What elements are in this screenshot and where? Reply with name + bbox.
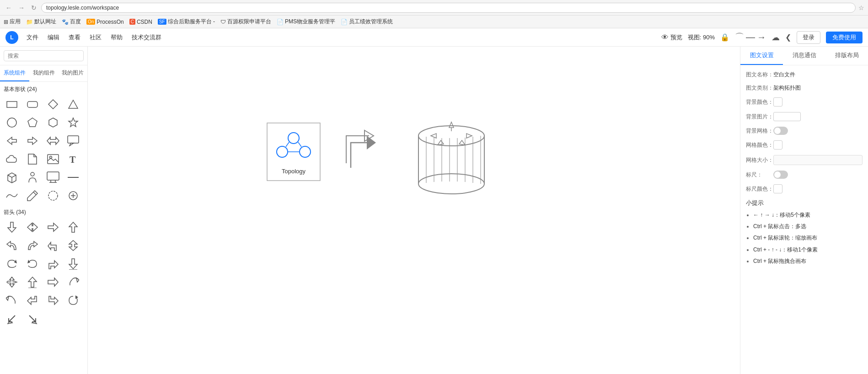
arrow-up-left[interactable] xyxy=(45,237,61,254)
arrow-up2[interactable] xyxy=(24,274,41,290)
tab-my-components[interactable]: 我的组件 xyxy=(29,65,59,81)
shape-cube[interactable] xyxy=(4,169,20,186)
shape-monitor[interactable] xyxy=(45,169,61,186)
ruler-color-picker[interactable] xyxy=(773,184,782,193)
bookmark-employee[interactable]: 📄 员工绩效管理系统 xyxy=(341,18,393,26)
search-input[interactable] xyxy=(4,50,84,61)
arrow-ccw[interactable] xyxy=(4,256,20,272)
bookmarks-bar: ⊞ 应用 📁 默认网址 🐾 百度 On ProcessOn C CSDN SF … xyxy=(0,16,868,28)
shape-rectangle[interactable] xyxy=(4,96,20,112)
tab-my-images[interactable]: 我的图片 xyxy=(58,65,87,81)
arrow-up[interactable] xyxy=(65,219,81,235)
arrow-right-block[interactable] xyxy=(45,274,61,290)
shape-person[interactable] xyxy=(24,169,41,186)
shape-pencil[interactable] xyxy=(24,187,41,204)
shape-document[interactable] xyxy=(24,151,41,167)
shape-star[interactable] xyxy=(65,114,81,131)
tab-system-components[interactable]: 系统组件 xyxy=(0,65,29,81)
free-button[interactable]: 免费使用 xyxy=(826,32,863,43)
arrow-open-cw[interactable] xyxy=(4,292,20,309)
bg-color-picker[interactable] xyxy=(773,97,782,107)
curve-left-btn[interactable]: ⌒ xyxy=(735,31,744,43)
shape-circle[interactable] xyxy=(4,114,20,131)
upload-icon[interactable]: ☁ xyxy=(772,32,780,43)
shape-text[interactable]: T xyxy=(65,151,81,167)
bookmark-sf[interactable]: SF 综合后勤服务平台 - xyxy=(158,18,215,26)
menu-exchange[interactable]: 技术交流群 xyxy=(127,32,166,43)
shape-image[interactable] xyxy=(45,151,61,167)
shape-wave[interactable] xyxy=(4,187,20,204)
arrow-right-double[interactable] xyxy=(45,219,61,235)
arrow-down-left[interactable] xyxy=(24,292,41,309)
curve-straight-btn[interactable]: — xyxy=(746,32,755,43)
back-button[interactable]: ← xyxy=(4,3,14,12)
shape-double-arrow[interactable] xyxy=(45,133,61,149)
topology-shape[interactable]: Topology xyxy=(266,122,321,182)
bg-grid-label: 背景网格： xyxy=(746,127,773,135)
arrow-up-down[interactable] xyxy=(65,237,81,254)
share-icon[interactable]: ❮ xyxy=(785,33,791,42)
arrow-open-ccw[interactable] xyxy=(65,274,81,290)
preview-button[interactable]: 👁 预览 xyxy=(661,33,682,42)
arrow-down[interactable] xyxy=(4,219,20,235)
sidebar-tabs: 系统组件 我的组件 我的图片 xyxy=(0,65,87,82)
curve-arrow-btn[interactable]: → xyxy=(757,32,766,43)
reload-button[interactable]: ↻ xyxy=(29,3,38,12)
url-bar[interactable] xyxy=(41,3,856,13)
arrow-curve-left[interactable] xyxy=(4,237,20,254)
svg-line-47 xyxy=(298,142,301,147)
lock-icon[interactable]: 🔒 xyxy=(720,33,729,42)
bookmark-csdn[interactable]: C CSDN xyxy=(129,19,152,25)
forward-button[interactable]: → xyxy=(16,3,27,12)
shape-triangle[interactable] xyxy=(65,96,81,112)
arrow-se[interactable] xyxy=(24,310,41,327)
arrow-left-both[interactable] xyxy=(24,219,41,235)
menu-view[interactable]: 查看 xyxy=(64,32,85,43)
bookmark-pms[interactable]: 📄 PMS物业服务管理平 xyxy=(277,18,335,26)
canvas-area[interactable]: Topology xyxy=(88,47,740,374)
tab-image-settings[interactable]: 图文设置 xyxy=(740,47,783,65)
app-logo: L xyxy=(5,31,18,44)
arrow-curve-right[interactable] xyxy=(24,237,41,254)
bookmark-default[interactable]: 📁 默认网址 xyxy=(26,18,56,26)
drum-shape[interactable] xyxy=(413,118,490,198)
bg-color-row: 背景颜色： xyxy=(746,97,863,107)
grid-size-input[interactable] xyxy=(773,155,863,165)
bg-image-picker[interactable] xyxy=(773,112,801,121)
svg-point-16 xyxy=(31,172,34,176)
shape-diamond[interactable] xyxy=(45,96,61,112)
shape-left-arrow[interactable] xyxy=(4,133,20,149)
arrow-4way[interactable] xyxy=(4,274,20,290)
grid-color-picker[interactable] xyxy=(773,140,782,150)
tab-layout[interactable]: 排版布局 xyxy=(825,47,868,65)
shape-line[interactable] xyxy=(65,169,81,186)
shape-rounded-rect[interactable] xyxy=(24,96,41,112)
arrow-down-right[interactable] xyxy=(45,292,61,309)
shape-circle-dash[interactable] xyxy=(45,187,61,204)
shape-pentagon[interactable] xyxy=(24,114,41,131)
arrow-down-bar[interactable] xyxy=(65,256,81,272)
menu-community[interactable]: 社区 xyxy=(85,32,106,43)
arrow-cw[interactable] xyxy=(24,256,41,272)
bookmark-baidu[interactable]: 🐾 百度 xyxy=(62,18,81,26)
shape-hexagon[interactable] xyxy=(45,114,61,131)
shape-edit[interactable] xyxy=(65,187,81,204)
shape-callout[interactable] xyxy=(65,133,81,149)
bookmark-star[interactable]: ☆ xyxy=(858,4,864,11)
menu-edit[interactable]: 编辑 xyxy=(43,32,64,43)
arrow-right-up[interactable] xyxy=(45,256,61,272)
ruler-toggle[interactable] xyxy=(773,171,788,179)
arrow-refresh[interactable] xyxy=(65,292,81,309)
bookmark-processon[interactable]: On ProcessOn xyxy=(86,19,124,25)
bookmark-apps[interactable]: ⊞ 应用 xyxy=(4,18,21,26)
bg-grid-toggle[interactable] xyxy=(773,127,788,135)
menu-help[interactable]: 帮助 xyxy=(106,32,127,43)
shape-cloud[interactable] xyxy=(4,151,20,167)
bookmark-baiyuan[interactable]: 🛡 百源权限申请平台 xyxy=(220,18,271,26)
arrow-up-shape[interactable] xyxy=(337,122,387,182)
arrow-sw[interactable] xyxy=(4,310,20,327)
menu-file[interactable]: 文件 xyxy=(22,32,43,43)
shape-right-arrow[interactable] xyxy=(24,133,41,149)
tab-message-comms[interactable]: 消息通信 xyxy=(783,47,825,65)
login-button[interactable]: 登录 xyxy=(797,31,820,44)
